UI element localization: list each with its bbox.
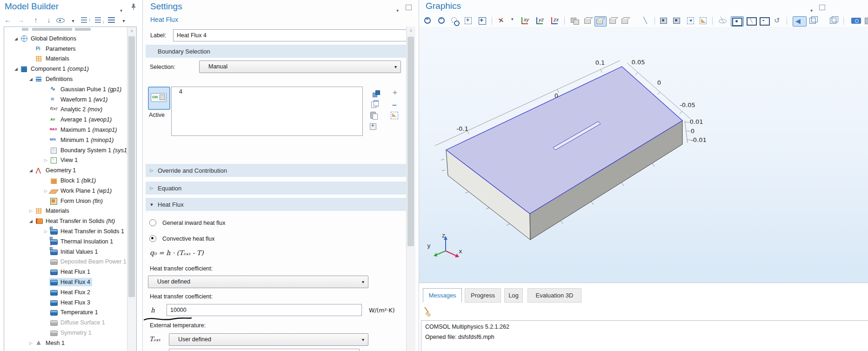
collapse-all-icon[interactable] [80,15,90,25]
view-zx-icon[interactable]: zx [550,16,562,26]
cube-view-slash-icon[interactable] [641,16,653,26]
expanded-expander-icon[interactable] [13,36,20,41]
radio-general-inward-heat-flux[interactable] [149,219,156,226]
tab-progress[interactable]: Progress [465,288,501,303]
selection-list-entry[interactable]: 4 [172,87,362,95]
tree-item-heat-flux-1[interactable]: Heat Flux 1 [4,267,127,277]
tree-item-mesh-1[interactable]: Mesh 1 [4,338,127,348]
partially-visible-input[interactable] [169,349,360,351]
tree-item-view-1[interactable]: View 1 [4,155,127,166]
tree-item-heat-flux-2[interactable]: Heat Flux 2 [4,287,127,297]
move-up-icon[interactable] [31,15,41,25]
cube-view-3-icon[interactable] [608,16,619,26]
external-temperature-dropdown[interactable]: User defined [169,333,368,346]
radio-convective-heat-flux[interactable] [149,235,156,242]
tab-messages[interactable]: Messages [423,288,462,303]
view-unhidden-icon[interactable] [731,16,744,27]
default-view-icon[interactable] [496,16,507,26]
tab-evaluation-3d[interactable]: Evaluation 3D [527,288,581,303]
tree-item-symmetry-1[interactable]: Symmetry 1 [4,328,127,338]
boundary-selection-list[interactable]: 4 [171,87,363,136]
view-yz-icon[interactable]: yz [535,16,548,26]
settings-menu-caret-icon[interactable] [396,6,399,14]
show-hidden-icon[interactable] [759,16,771,26]
active-selection-toggle[interactable]: ON [148,87,170,110]
clear-selection-icon[interactable] [390,111,400,120]
expanded-expander-icon[interactable] [27,219,34,223]
expanded-expander-icon[interactable] [27,77,34,81]
hide-objects-icon[interactable] [746,16,758,26]
tree-item-materials[interactable]: Materials [4,206,127,216]
tree-item-heat-transfer-in-solids[interactable]: Heat Transfer in Solids(ht) [4,216,127,226]
tree-item-average-1[interactable]: Average 1(aveop1) [4,115,127,125]
section-equation[interactable]: Equation [146,182,407,195]
zoom-in-icon[interactable] [423,16,434,26]
select-box-icon[interactable] [686,16,697,26]
tree-item-global-definitions[interactable]: Global Definitions [4,34,127,44]
zoom-extents-icon[interactable] [464,16,475,26]
tree-item-gaussian-pulse-1[interactable]: Gaussian Pulse 1(gp1) [4,84,127,94]
scroll-up-arrow-icon[interactable] [127,27,136,35]
cube-view-1-icon[interactable] [583,16,594,26]
view-xy-icon[interactable]: xy [521,16,533,26]
fit-window-icon[interactable] [478,16,489,26]
tree-item-initial-values-1[interactable]: Initial Values 1 [4,247,127,257]
cube-view-2-icon[interactable] [594,16,607,27]
image-snapshot-2-icon[interactable] [672,16,683,26]
zoom-box-icon[interactable] [450,16,461,26]
tree-item-heat-flux-3[interactable]: Heat Flux 3 [4,297,127,308]
move-down-icon[interactable] [44,15,54,25]
tree-item-parameters[interactable]: Parameters [4,44,127,54]
scene-light-icon[interactable] [793,16,807,27]
tab-log[interactable]: Log [504,288,523,303]
remove-from-selection-icon[interactable] [391,102,400,111]
scrollbar-thumb[interactable] [407,37,414,246]
back-icon[interactable] [3,15,13,25]
graphics-menu-caret-icon[interactable] [810,6,813,14]
collapsed-expander-icon[interactable] [27,209,34,213]
float-panel-icon[interactable] [819,5,825,10]
image-snapshot-1-icon[interactable] [659,16,670,26]
create-selection-icon[interactable] [372,89,381,99]
graphics-3d-view[interactable]: z y x 0.10.050-0.050-0.10.010-0.01 [419,27,868,283]
tree-item-geometry-1[interactable]: Geometry 1 [4,165,127,176]
collapsed-expander-icon[interactable] [27,341,34,345]
scrollbar-thumb[interactable] [128,36,135,297]
show-icon[interactable] [55,15,66,25]
tree-item-component-1[interactable]: Component 1(comp1) [4,64,127,74]
expanded-expander-icon[interactable] [27,168,34,173]
tree-item-temperature-1[interactable]: Temperature 1 [4,308,127,318]
transparency-icon[interactable] [808,16,819,26]
tree-item-heat-transfer-in-solids-1[interactable]: Heat Transfer in Solids 1 [4,226,127,236]
forward-icon[interactable] [16,15,26,25]
collapsed-expander-icon[interactable] [42,229,49,234]
scroll-up-arrow-icon[interactable] [407,27,415,35]
copy-selection-icon[interactable] [371,100,380,109]
tree-item-boundary-system-1[interactable]: Boundary System 1(sys1) [4,145,127,155]
node-text-icon[interactable] [107,15,117,25]
reset-hiding-icon[interactable] [773,16,784,26]
tree-item-diffuse-surface-1[interactable]: Diffuse Surface 1 [4,317,127,328]
hide-selected-icon[interactable] [718,16,729,26]
collapsed-expander-icon[interactable] [42,189,49,193]
tree-item-maximum-1[interactable]: Maximum 1(maxop1) [4,125,127,135]
expanded-expander-icon[interactable] [13,67,20,71]
tree-item-definitions[interactable]: Definitions [4,74,127,84]
tree-item-deposited-beam-power-1[interactable]: Deposited Beam Power 1 [4,257,127,267]
tree-item-heat-flux-4[interactable]: Heat Flux 4 [4,277,127,287]
section-boundary-selection[interactable]: Boundary Selection [146,45,407,58]
pin-panel-icon[interactable] [131,3,136,11]
default-view-caret-icon[interactable] [509,16,521,26]
tree-item-block-1[interactable]: Block 1(blk1) [4,176,127,186]
htc-dropdown[interactable]: User defined [148,276,368,288]
expand-all-icon[interactable] [94,15,104,25]
zoom-to-selection-icon[interactable] [369,122,378,132]
section-heat-flux[interactable]: Heat Flux [146,198,407,211]
zoom-out-icon[interactable] [437,16,448,26]
float-panel-icon[interactable] [406,5,412,10]
cube-view-4-icon[interactable] [620,16,631,26]
model-tree-scrollbar[interactable] [127,27,136,351]
label-input[interactable]: Heat Flux 4 [173,29,408,41]
deselect-box-icon[interactable] [699,16,710,26]
tree-item-thermal-insulation-1[interactable]: ▾Thermal Insulation 1 [4,236,127,247]
